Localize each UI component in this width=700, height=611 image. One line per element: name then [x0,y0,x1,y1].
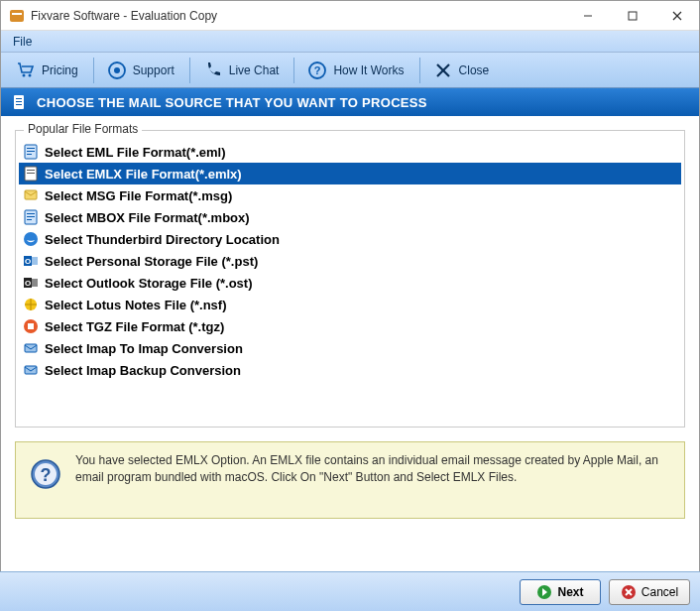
format-item[interactable]: Select MSG File Format(*.msg) [19,184,681,206]
format-item[interactable]: Select EMLX File Format(*.emlx) [19,163,681,184]
svg-rect-20 [27,151,35,152]
format-item[interactable]: OSelect Outlook Storage File (*.ost) [19,272,681,294]
format-item-label: Select MBOX File Format(*.mbox) [45,210,250,225]
cart-icon [16,61,36,80]
pricing-label: Pricing [42,63,78,77]
app-icon [9,8,25,24]
support-icon [107,61,127,80]
formats-groupbox: Popular File Formats Select EML File For… [15,130,685,428]
next-icon [536,584,552,600]
how-it-works-button[interactable]: ? How It Works [296,56,414,85]
pricing-button[interactable]: Pricing [5,56,89,85]
toolbar-separator [189,58,190,83]
toolbar-separator [93,58,94,83]
outlook-icon: O [23,253,39,269]
info-text: You have selected EMLX Option. An EMLX f… [75,452,670,487]
svg-point-9 [114,67,120,73]
format-item-label: Select Outlook Storage File (*.ost) [45,276,252,291]
svg-rect-19 [27,148,35,149]
svg-rect-0 [10,10,24,22]
maximize-button[interactable] [610,1,654,31]
toolbar-separator [419,58,420,83]
format-item-label: Select Thunderbird Directory Location [45,232,280,247]
groupbox-legend: Popular File Formats [24,122,142,136]
svg-rect-40 [25,344,37,352]
format-item[interactable]: Select MBOX File Format(*.mbox) [19,206,681,228]
help-icon: ? [30,458,61,490]
live-chat-label: Live Chat [229,63,280,77]
svg-rect-29 [27,219,32,220]
thunderbird-icon [23,231,39,247]
file-blue-icon [23,209,39,225]
svg-rect-16 [16,101,22,102]
menu-file[interactable]: File [7,33,38,51]
menu-bar: File [1,31,699,53]
support-button[interactable]: Support [96,56,185,85]
svg-rect-1 [12,13,22,15]
lotus-icon [23,297,39,312]
svg-rect-28 [27,216,35,217]
minimize-button[interactable] [565,1,610,31]
window-controls [565,1,699,31]
section-header: CHOOSE THE MAIL SOURCE THAT YOU WANT TO … [1,88,699,116]
format-item-label: Select EMLX File Format(*.emlx) [45,167,242,182]
svg-point-7 [29,73,32,76]
format-item-label: Select EML File Format(*.eml) [45,145,226,160]
svg-point-6 [23,73,26,76]
cancel-icon [621,584,637,600]
window-title: Fixvare Software - Evaluation Copy [31,9,565,23]
file-yellow-icon [23,187,39,203]
svg-rect-21 [27,154,32,155]
format-item-label: Select Lotus Notes File (*.nsf) [45,298,226,312]
format-item[interactable]: OSelect Personal Storage File (*.pst) [19,250,681,272]
svg-rect-24 [27,173,35,174]
how-it-works-label: How It Works [333,63,404,77]
format-item[interactable]: Select Imap Backup Conversion [19,359,681,381]
svg-text:?: ? [41,465,52,485]
format-item-label: Select Imap To Imap Conversion [45,341,243,356]
content-area: Popular File Formats Select EML File For… [1,116,699,431]
format-item-label: Select Personal Storage File (*.pst) [45,254,258,269]
svg-rect-39 [28,323,34,329]
info-panel: ? You have selected EMLX Option. An EMLX… [15,441,685,519]
format-item[interactable]: Select Lotus Notes File (*.nsf) [19,294,681,315]
close-label: Close [459,63,490,77]
format-item[interactable]: Select Thunderbird Directory Location [19,228,681,250]
svg-rect-33 [32,257,38,265]
svg-rect-23 [27,170,35,171]
svg-rect-41 [25,366,37,374]
title-bar: Fixvare Software - Evaluation Copy [1,1,699,31]
format-item-label: Select Imap Backup Conversion [45,363,241,378]
toolbar-separator [293,58,294,83]
next-label: Next [557,585,583,599]
next-button[interactable]: Next [520,579,601,605]
svg-text:O: O [25,279,31,288]
svg-point-30 [24,232,38,246]
file-blue-icon [23,144,39,160]
svg-rect-17 [16,104,22,105]
support-label: Support [133,63,175,77]
file-white-icon [23,166,39,182]
live-chat-button[interactable]: Live Chat [192,56,291,85]
imap-icon [23,362,39,378]
tgz-icon [23,318,39,334]
cancel-button[interactable]: Cancel [609,579,690,605]
format-item[interactable]: Select Imap To Imap Conversion [19,337,681,359]
format-item-label: Select TGZ File Format (*.tgz) [45,319,224,334]
svg-rect-15 [16,98,22,99]
svg-rect-27 [27,213,35,214]
toolbar: Pricing Support Live Chat ? How It Works… [1,53,699,88]
outlook-dark-icon: O [23,275,39,291]
toolbar-close-button[interactable]: Close [422,56,501,85]
format-item[interactable]: Select TGZ File Format (*.tgz) [19,315,681,337]
cancel-label: Cancel [642,585,678,599]
format-item[interactable]: Select EML File Format(*.eml) [19,141,681,163]
svg-rect-36 [32,279,38,287]
close-window-button[interactable] [654,1,699,31]
svg-text:O: O [25,257,31,266]
phone-icon [203,61,223,80]
svg-text:?: ? [314,64,321,76]
footer-bar: Next Cancel [0,571,700,611]
close-icon [433,61,453,80]
question-icon: ? [307,61,327,80]
